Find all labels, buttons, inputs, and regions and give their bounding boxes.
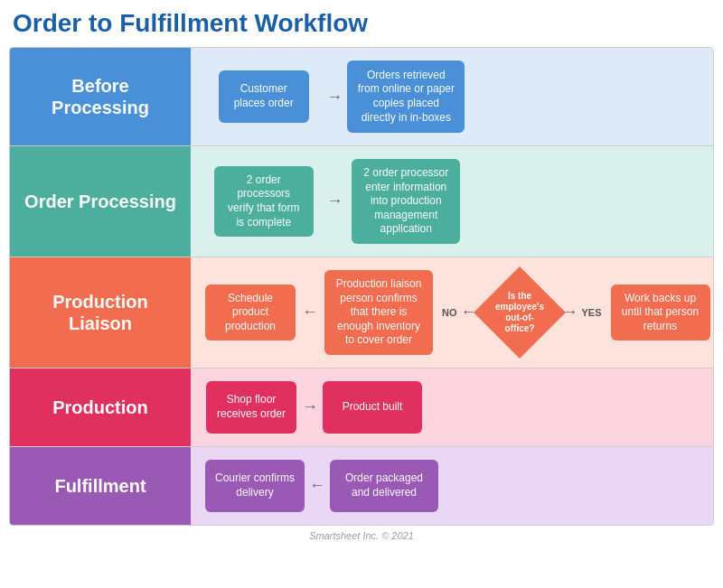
page-title: Order to Fulfillment Workflow: [9, 9, 714, 38]
lane-content-production: Shop floor receives order → Product buil…: [191, 369, 713, 446]
box-production-liaison-confirms: Production liaison person confirms that …: [324, 270, 433, 355]
box-shop-floor: Shop floor receives order: [206, 381, 296, 434]
diamond-out-of-office: Is the employee's out-of-office?: [479, 280, 560, 345]
lane-content-liaison: Schedule product production ← Production…: [191, 257, 714, 368]
yes-label: YES: [582, 307, 602, 318]
box-schedule-production: Schedule product production: [205, 285, 296, 341]
box-order-processor-enter: 2 order processor enter information into…: [352, 159, 460, 244]
row-fulfillment: Fulfillment Courier confirms delivery ← …: [10, 447, 713, 525]
arrow-right-3: →: [297, 397, 323, 416]
box-product-built: Product built: [323, 381, 422, 434]
lane-label-liaison: Production Liaison: [10, 257, 191, 368]
row-order-processing: Order Processing 2 order processors veri…: [10, 146, 713, 257]
lane-content-before: Customer places order → Orders retrieved…: [191, 48, 713, 145]
box-work-backs-up: Work backs up until that person returns: [611, 285, 710, 341]
arrow-right-2: →: [323, 191, 348, 210]
box-orders-retrieved: Orders retrieved from online or paper co…: [347, 61, 465, 133]
lane-content-order: 2 order processors verify that form is c…: [191, 146, 713, 257]
box-courier-confirms: Courier confirms delivery: [205, 460, 305, 512]
box-customer-order: Customer places order: [219, 70, 309, 123]
row-before-processing: Before Processing Customer places order …: [10, 48, 713, 146]
lane-label-before: Before Processing: [10, 48, 191, 145]
workflow-diagram: Before Processing Customer places order …: [9, 47, 714, 526]
row-production-liaison: Production Liaison Schedule product prod…: [10, 257, 713, 369]
box-order-packaged: Order packaged and delivered: [330, 460, 438, 512]
arrow-left-2: ←: [305, 476, 330, 495]
lane-label-production: Production: [10, 369, 191, 446]
box-2-processors: 2 order processors verify that form is c…: [214, 166, 314, 237]
no-label: NO: [442, 307, 457, 318]
lane-label-order: Order Processing: [10, 146, 191, 257]
lane-content-fulfillment: Courier confirms delivery ← Order packag…: [191, 447, 713, 525]
row-production: Production Shop floor receives order → P…: [10, 369, 713, 447]
footer-text: Smartsheet Inc. © 2021: [9, 530, 714, 541]
arrow-right-1: →: [322, 88, 347, 107]
arrow-left-1: ←: [297, 303, 323, 322]
lane-label-fulfillment: Fulfillment: [10, 447, 191, 525]
